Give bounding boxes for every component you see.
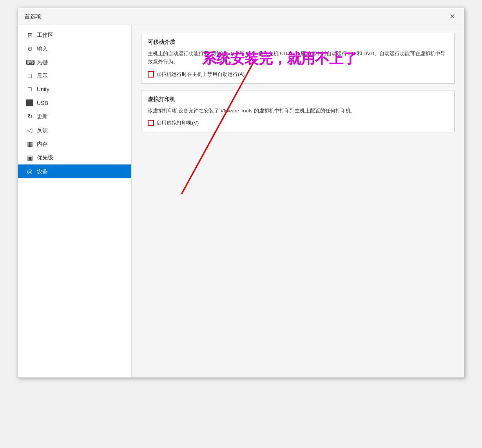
sidebar-item-hotkeys[interactable]: ⌨热键	[18, 56, 131, 69]
sidebar-item-priority[interactable]: ▣优先级	[18, 151, 131, 164]
sidebar-label-feedback: 反馈	[37, 127, 48, 134]
sidebar-label-unity: Unity	[37, 86, 49, 92]
autorun-checkbox-row: 虚拟机运行时在主机上禁用自动运行(A)	[148, 71, 448, 78]
sidebar-item-memory[interactable]: ▦内存	[18, 137, 131, 151]
sidebar-label-usb: USB	[37, 100, 48, 106]
sidebar-label-workspace: 工作区	[37, 32, 53, 39]
sidebar-item-update[interactable]: ↻更新	[18, 110, 131, 123]
input-icon: ⊖	[26, 45, 34, 52]
sidebar-label-memory: 内存	[37, 141, 48, 148]
update-icon: ↻	[26, 113, 34, 120]
device-icon: ◎	[26, 168, 34, 175]
sidebar-item-workspace[interactable]: ⊞工作区	[18, 28, 131, 42]
sidebar-item-unity[interactable]: □Unity	[18, 83, 131, 96]
autorun-checkbox[interactable]	[148, 71, 154, 78]
sidebar-label-priority: 优先级	[37, 154, 53, 161]
feedback-icon: ◁	[26, 126, 34, 134]
printer-label: 启用虚拟打印机(V)	[156, 119, 199, 126]
section1-desc: 主机上的自动运行功能打开，并在将 CD 和 DVD 插入主机 CD/DVD 驱动…	[148, 50, 448, 66]
section1-title: 可移动介质	[148, 39, 448, 46]
section2-title: 虚拟打印机	[148, 96, 448, 103]
unity-icon: □	[26, 86, 34, 93]
main-content: 可移动介质 主机上的自动运行功能打开，并在将 CD 和 DVD 插入主机 CD/…	[132, 25, 464, 378]
sidebar-item-input[interactable]: ⊖输入	[18, 42, 131, 56]
close-button[interactable]: ✕	[447, 12, 458, 21]
sidebar-item-feedback[interactable]: ◁反馈	[18, 123, 131, 137]
display-icon: □	[26, 72, 34, 79]
usb-icon: ⬛	[26, 99, 34, 107]
sidebar-label-update: 更新	[37, 113, 48, 120]
title-bar: 首选项 ✕	[18, 8, 464, 25]
sidebar-label-input: 输入	[37, 45, 48, 52]
sidebar-label-hotkeys: 热键	[37, 59, 48, 66]
printer-checkbox[interactable]	[148, 120, 154, 126]
dialog-title: 首选项	[24, 13, 42, 20]
dialog-body: ⊞工作区⊖输入⌨热键□显示□Unity⬛USB↻更新◁反馈▦内存▣优先级◎设备 …	[18, 25, 464, 378]
virtual-printer-section: 虚拟打印机 该虚拟打印机设备允许在安装了 VMware Tools 的虚拟机中打…	[141, 90, 455, 133]
sidebar: ⊞工作区⊖输入⌨热键□显示□Unity⬛USB↻更新◁反馈▦内存▣优先级◎设备	[18, 25, 132, 378]
sidebar-label-device: 设备	[37, 168, 48, 175]
sidebar-label-display: 显示	[37, 72, 48, 79]
workspace-icon: ⊞	[26, 31, 34, 39]
section2-desc: 该虚拟打印机设备允许在安装了 VMware Tools 的虚拟机中打印到主机上配…	[148, 107, 448, 115]
autorun-label: 虚拟机运行时在主机上禁用自动运行(A)	[156, 71, 245, 78]
hotkeys-icon: ⌨	[26, 59, 34, 66]
printer-checkbox-row: 启用虚拟打印机(V)	[148, 119, 448, 126]
priority-icon: ▣	[26, 154, 34, 161]
removable-media-section: 可移动介质 主机上的自动运行功能打开，并在将 CD 和 DVD 插入主机 CD/…	[141, 33, 455, 84]
memory-icon: ▦	[26, 140, 34, 148]
preferences-dialog: 首选项 ✕ ⊞工作区⊖输入⌨热键□显示□Unity⬛USB↻更新◁反馈▦内存▣优…	[18, 8, 464, 378]
sidebar-item-display[interactable]: □显示	[18, 69, 131, 83]
sidebar-item-usb[interactable]: ⬛USB	[18, 96, 131, 110]
sidebar-item-device[interactable]: ◎设备	[18, 164, 131, 178]
